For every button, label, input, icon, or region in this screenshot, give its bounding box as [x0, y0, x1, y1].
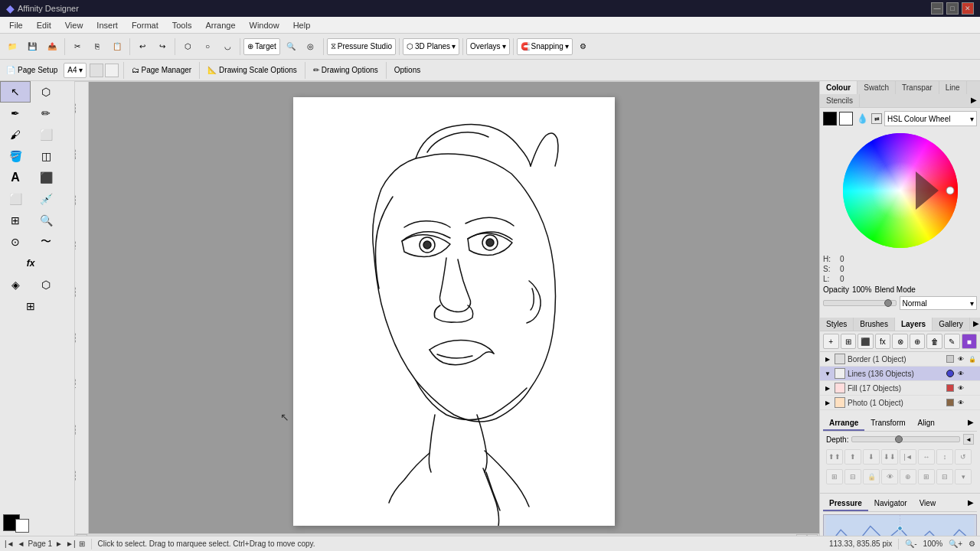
drawing-scale-item[interactable]: 📐 Drawing Scale Options	[204, 64, 300, 76]
border-expand[interactable]: ▶	[823, 354, 832, 364]
align-left-btn[interactable]: |◄	[900, 449, 916, 465]
transform-btn[interactable]: ⬡	[178, 37, 197, 57]
tab-gallery[interactable]: Gallery	[933, 318, 970, 331]
search-btn[interactable]: 🔍	[282, 37, 300, 57]
blend-dropdown[interactable]: Normal ▾	[900, 296, 978, 310]
minimize-button[interactable]: —	[931, 2, 943, 15]
last-page-btn[interactable]: ►|	[66, 540, 76, 548]
lines-eye[interactable]: 👁	[956, 369, 965, 378]
photo-lock[interactable]	[968, 398, 977, 407]
page-setup-item[interactable]: 📄 Page Setup	[3, 64, 60, 76]
tab-colour[interactable]: Colour	[820, 81, 858, 94]
tab-line[interactable]: Line	[939, 81, 967, 94]
scroll-right-btn[interactable]: ►	[796, 534, 807, 536]
zoom-out-btn[interactable]: 🔍-	[905, 540, 916, 548]
warp-tool[interactable]: ⊙	[0, 231, 31, 253]
fill-lock[interactable]	[968, 383, 977, 393]
lines-expand[interactable]: ▼	[823, 369, 832, 378]
undo-button[interactable]: ↩	[133, 37, 152, 57]
gradient-tool[interactable]: ◫	[31, 145, 61, 167]
fg-swatch[interactable]	[823, 112, 837, 126]
distribute-h-btn[interactable]: ⊞	[918, 469, 935, 484]
tab-navigator[interactable]: Navigator	[868, 497, 913, 511]
tab-swatch[interactable]: Swatch	[858, 81, 896, 94]
circle-btn[interactable]: ○	[198, 37, 217, 57]
lines-lock[interactable]	[968, 369, 977, 378]
fx-layer-btn[interactable]: fx	[875, 334, 891, 349]
layers-expand[interactable]: ▶	[970, 318, 980, 331]
fill-layer-btn[interactable]: ■	[962, 334, 978, 349]
ungroup-btn[interactable]: ⊟	[844, 469, 861, 484]
bg-swatch[interactable]	[839, 112, 853, 126]
colour-type-dropdown[interactable]: HSL Colour Wheel ▾	[884, 111, 977, 126]
tab-view[interactable]: View	[913, 497, 942, 511]
to-front-btn[interactable]: ⬆⬆	[826, 449, 843, 465]
layer-lines[interactable]: ▼ Lines (136 Objects) 👁	[820, 367, 980, 381]
select-tool[interactable]: ↖	[0, 81, 31, 103]
open-button[interactable]: 📁	[3, 37, 21, 57]
forward-btn[interactable]: ⬆	[844, 449, 861, 465]
menu-insert[interactable]: Insert	[90, 19, 124, 31]
eyedropper-tool[interactable]: 💉	[31, 188, 61, 210]
export-button[interactable]: 📤	[43, 37, 61, 57]
zoom-tool[interactable]: 🔍	[31, 210, 61, 231]
next-page-btn[interactable]: ►	[55, 540, 63, 548]
curve-btn[interactable]: ◡	[218, 37, 237, 57]
group-btn[interactable]: ⊞	[826, 469, 843, 484]
landscape-btn[interactable]	[105, 64, 119, 77]
snap-btn[interactable]: ⊕	[900, 469, 916, 484]
circle2-btn[interactable]: ◎	[302, 37, 320, 57]
backward-btn[interactable]: ⬇	[863, 449, 880, 465]
delete-layer-btn[interactable]: 🗑	[926, 334, 942, 349]
frame-tool[interactable]: ⬛	[31, 167, 61, 188]
colour-panel-expand[interactable]: ▶	[968, 94, 980, 107]
bg-colour[interactable]	[15, 519, 29, 533]
text-tool[interactable]: A	[0, 167, 31, 188]
save-button[interactable]: 💾	[23, 37, 41, 57]
opacity-slider[interactable]	[823, 300, 897, 306]
menu-tools[interactable]: Tools	[166, 19, 198, 31]
colour-wheel[interactable]	[839, 129, 962, 252]
hide-btn[interactable]: 👁	[881, 469, 898, 484]
fill-expand[interactable]: ▶	[823, 383, 832, 393]
layer-fill[interactable]: ▶ Fill (17 Objects) 👁	[820, 381, 980, 396]
depth-thumb[interactable]	[895, 435, 903, 443]
planes-dropdown[interactable]: ⬡ 3D Planes ▾	[403, 38, 459, 55]
to-back-btn[interactable]: ⬇⬇	[881, 449, 898, 465]
lock-btn[interactable]: 🔒	[863, 469, 880, 484]
zoom-in-btn[interactable]: 🔍+	[949, 540, 962, 548]
target-dropdown[interactable]: ⊕ Target	[243, 38, 280, 55]
opacity-thumb[interactable]	[884, 299, 892, 307]
mesh-tool[interactable]: ⊞	[0, 295, 61, 317]
menu-arrange[interactable]: Arrange	[199, 19, 241, 31]
page-manager-item[interactable]: 🗂 Page Manager	[129, 64, 195, 76]
options-item[interactable]: Options	[391, 64, 423, 76]
fill-tool[interactable]: 🪣	[0, 145, 31, 167]
scroll-left-btn[interactable]: ◄	[77, 534, 87, 536]
colour-swap-icon[interactable]: ⇄	[871, 113, 882, 124]
menu-help[interactable]: Help	[287, 19, 317, 31]
colour-wheel-container[interactable]	[823, 129, 977, 252]
shape-tool[interactable]: ⬜	[0, 188, 31, 210]
tab-brushes[interactable]: Brushes	[854, 318, 895, 331]
distribute-v-btn[interactable]: ⊟	[936, 469, 953, 484]
pressure-dropdown[interactable]: ⧖ Pressure Studio	[327, 38, 396, 55]
pen-tool[interactable]: ✒	[0, 103, 31, 124]
border-eye[interactable]: 👁	[956, 354, 965, 364]
eyedropper-icon[interactable]: 💧	[855, 112, 869, 126]
brush-tool[interactable]: 🖌	[0, 124, 31, 145]
node-tool[interactable]: ⬡	[31, 81, 61, 103]
smudge-tool[interactable]: 〜	[31, 231, 61, 253]
drawing-options-item[interactable]: ✏ Drawing Options	[310, 64, 381, 76]
maximize-button[interactable]: □	[946, 2, 959, 15]
depth-slider[interactable]	[851, 436, 960, 442]
overlays-dropdown[interactable]: Overlays ▾	[466, 38, 509, 55]
menu-view[interactable]: View	[59, 19, 90, 31]
symbol-tool[interactable]: ◈	[0, 274, 31, 295]
crop-tool[interactable]: ⊞	[0, 210, 31, 231]
first-page-btn[interactable]: |◄	[5, 540, 15, 548]
tab-transform[interactable]: Transform	[864, 416, 911, 431]
close-button[interactable]: ✕	[962, 2, 974, 15]
tab-pressure[interactable]: Pressure	[823, 497, 868, 511]
paste-button[interactable]: 📋	[108, 37, 126, 57]
